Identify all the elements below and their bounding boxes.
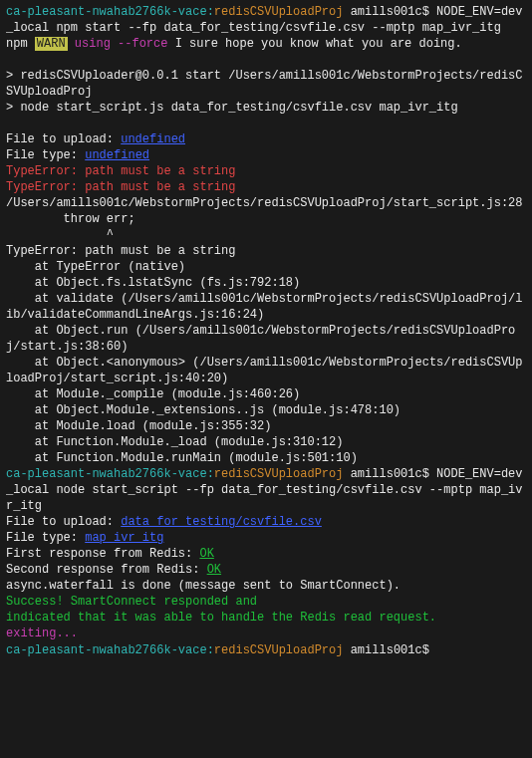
prompt-host-2: ca-pleasant-nwahab2766k-vace: [6, 467, 207, 481]
trace-5: at Object.<anonymous> (/Users/amills001c…: [6, 356, 523, 385]
trace-2: at Object.fs.lstatSync (fs.js:792:18): [6, 276, 300, 290]
file-upload-value-2: data_for_testing/csvfile.csv: [121, 515, 322, 529]
redis-resp-2: Second response from Redis: OK: [6, 563, 221, 577]
typeerror-2: TypeError: path must be a string: [6, 180, 235, 194]
prompt-user: amills001c$: [351, 5, 429, 19]
trace-7: at Object.Module._extensions..js (module…: [6, 403, 400, 417]
prompt-dir: redisCSVUploadProj: [214, 5, 344, 19]
redis-ok-1: OK: [199, 547, 213, 561]
trace-4: at Object.run (/Users/amills001c/Webstor…: [6, 324, 515, 354]
trace-1: at TypeError (native): [6, 260, 185, 274]
npm-warn-line: npm WARN using --force I sure hope you k…: [6, 37, 462, 51]
prompt-user-3: amills001c$: [351, 643, 429, 657]
file-type-value-1: undefined: [85, 148, 149, 162]
trace-3: at validate (/Users/amills001c/WebstormP…: [6, 292, 523, 322]
prompt-line-2: ca-pleasant-nwahab2766k-vace:redisCSVUpl…: [6, 467, 523, 513]
npm-start-line-2: > node start_script.js data_for_testing/…: [6, 101, 458, 115]
prompt-line-3: ca-pleasant-nwahab2766k-vace:redisCSVUpl…: [6, 643, 436, 657]
file-upload-value-1: undefined: [121, 132, 185, 146]
success-line-1: Success! SmartConnect responded and: [6, 595, 257, 609]
prompt-host: ca-pleasant-nwahab2766k-vace: [6, 5, 207, 19]
prompt-dir-3: redisCSVUploadProj: [214, 643, 344, 657]
file-upload-line-1: File to upload: undefined: [6, 132, 185, 146]
warn-flag: using --force: [75, 37, 168, 51]
trace-file: /Users/amills001c/WebstormProjects/redis…: [6, 196, 522, 210]
prompt-dir-2: redisCSVUploadProj: [214, 467, 344, 481]
trace-throw: throw err;: [6, 212, 135, 226]
file-type-line-2: File type: map_ivr_itg: [6, 531, 163, 545]
trace-head: TypeError: path must be a string: [6, 244, 235, 258]
terminal[interactable]: ca-pleasant-nwahab2766k-vace:redisCSVUpl…: [0, 0, 532, 758]
success-line-2: indicated that it was able to handle the…: [6, 611, 436, 625]
exiting-msg: exiting...: [6, 627, 78, 640]
file-type-value-2: map_ivr_itg: [85, 531, 163, 545]
npm-start-line-1: > redisCSVUploader@0.0.1 start /Users/am…: [6, 69, 522, 99]
waterfall-msg: async.waterfall is done (message sent to…: [6, 579, 400, 593]
file-type-line-1: File type: undefined: [6, 148, 149, 162]
npm-label: npm: [6, 37, 28, 51]
warn-msg: I sure hope you know what you are doing.: [167, 37, 461, 51]
prompt-host-3: ca-pleasant-nwahab2766k-vace: [6, 643, 207, 657]
redis-resp-1: First response from Redis: OK: [6, 547, 214, 561]
trace-6: at Module._compile (module.js:460:26): [6, 387, 300, 401]
prompt-line-1: ca-pleasant-nwahab2766k-vace:redisCSVUpl…: [6, 5, 523, 35]
prompt-user-2: amills001c$: [351, 467, 429, 481]
trace-8: at Module.load (module.js:355:32): [6, 419, 271, 433]
redis-ok-2: OK: [207, 563, 221, 577]
trace-9: at Function.Module._load (module.js:310:…: [6, 435, 343, 449]
typeerror-1: TypeError: path must be a string: [6, 164, 235, 178]
trace-10: at Function.Module.runMain (module.js:50…: [6, 451, 358, 465]
file-upload-line-2: File to upload: data_for_testing/csvfile…: [6, 515, 322, 529]
warn-badge: WARN: [35, 37, 68, 51]
trace-caret: ^: [6, 228, 114, 242]
